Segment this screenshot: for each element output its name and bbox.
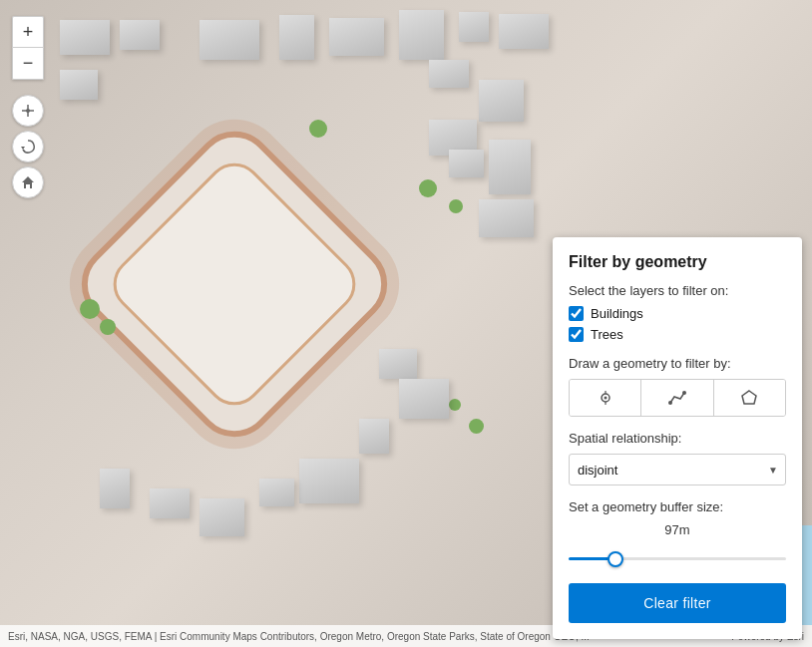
trees-label: Trees xyxy=(591,327,623,342)
geometry-button-group xyxy=(569,379,786,417)
tree-4 xyxy=(100,319,116,335)
buffer-label: Set a geometry buffer size: xyxy=(569,499,786,514)
filter-panel: Filter by geometry Select the layers to … xyxy=(553,237,802,639)
building-6 xyxy=(399,10,444,60)
trees-checkbox-item[interactable]: Trees xyxy=(569,327,786,342)
svg-point-8 xyxy=(668,401,672,405)
tree-3 xyxy=(80,299,100,319)
tree-1 xyxy=(419,179,437,197)
layers-checkboxes: Buildings Trees xyxy=(569,306,786,342)
building-9 xyxy=(429,60,469,88)
building-11 xyxy=(60,70,98,100)
spatial-label: Spatial relationship: xyxy=(569,431,786,446)
svg-point-9 xyxy=(682,391,686,395)
zoom-controls: + − xyxy=(12,16,44,80)
geometry-section: Draw a geometry to filter by: xyxy=(569,356,786,417)
building-21 xyxy=(200,498,244,536)
spatial-section: Spatial relationship: intersects contain… xyxy=(569,431,786,485)
building-13 xyxy=(449,150,484,177)
building-3 xyxy=(200,20,259,60)
tree-5 xyxy=(449,399,461,411)
buffer-section: Set a geometry buffer size: 97m xyxy=(569,499,786,567)
building-14 xyxy=(489,140,531,194)
layers-label: Select the layers to filter on: xyxy=(569,283,786,298)
buffer-slider-container xyxy=(569,543,786,567)
building-5 xyxy=(329,18,384,56)
building-15 xyxy=(479,199,534,237)
building-7 xyxy=(459,12,489,42)
building-20 xyxy=(259,479,294,506)
compass-button[interactable] xyxy=(12,95,44,127)
rotate-button[interactable] xyxy=(12,131,44,162)
building-8 xyxy=(499,14,549,49)
building-16 xyxy=(379,349,417,379)
navigation-controls xyxy=(12,95,44,198)
panel-title: Filter by geometry xyxy=(569,253,786,271)
buildings-label: Buildings xyxy=(591,306,643,321)
tree-2 xyxy=(449,199,463,213)
tree-6 xyxy=(469,419,484,434)
polyline-geometry-button[interactable] xyxy=(641,380,713,416)
geometry-label: Draw a geometry to filter by: xyxy=(569,356,786,371)
svg-point-2 xyxy=(26,109,30,113)
buildings-checkbox-item[interactable]: Buildings xyxy=(569,306,786,321)
zoom-in-button[interactable]: + xyxy=(12,16,44,48)
attribution-text: Esri, NASA, NGA, USGS, FEMA | Esri Commu… xyxy=(8,631,590,642)
zoom-out-button[interactable]: − xyxy=(12,48,44,80)
spatial-relationship-select[interactable]: intersects contains within disjoint cros… xyxy=(569,454,786,485)
building-1 xyxy=(60,20,110,55)
building-4 xyxy=(279,15,314,60)
point-geometry-button[interactable] xyxy=(570,380,641,416)
map-container: + − Filter by geometry Select the lay xyxy=(0,0,812,647)
home-button[interactable] xyxy=(12,166,44,198)
building-19 xyxy=(299,459,359,503)
buildings-checkbox[interactable] xyxy=(569,306,584,321)
stadium-shape xyxy=(65,115,403,453)
trees-checkbox[interactable] xyxy=(569,327,584,342)
buffer-slider[interactable] xyxy=(569,557,786,560)
tree-7 xyxy=(309,120,327,138)
building-17 xyxy=(399,379,449,419)
svg-marker-10 xyxy=(742,391,756,404)
building-23 xyxy=(100,469,130,508)
svg-marker-3 xyxy=(21,147,25,150)
building-2 xyxy=(120,20,160,50)
polygon-geometry-button[interactable] xyxy=(714,380,785,416)
building-22 xyxy=(150,488,190,518)
svg-point-5 xyxy=(604,397,607,400)
stadium-inner xyxy=(102,152,367,417)
buffer-value-display: 97m xyxy=(569,522,786,537)
building-10 xyxy=(479,80,524,122)
spatial-select-wrapper: intersects contains within disjoint cros… xyxy=(569,454,786,485)
building-18 xyxy=(359,419,389,454)
clear-filter-button[interactable]: Clear filter xyxy=(569,583,786,623)
